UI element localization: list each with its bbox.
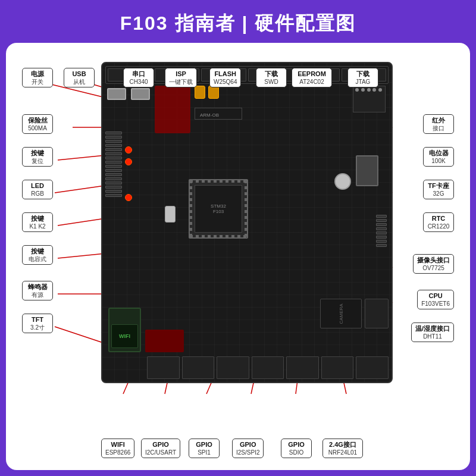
label-jtag: 下载 JTAG <box>347 68 378 87</box>
page-title: F103 指南者 | 硬件配置图 <box>120 12 356 34</box>
label-swd: 下载 SWD <box>256 68 287 87</box>
label-k1k2: 按键 K1 K2 <box>22 212 53 232</box>
label-cpu: CPU F103VET6 <box>417 290 454 309</box>
label-ir: 红外 接口 <box>423 114 454 134</box>
label-reset: 按键 复位 <box>22 147 53 167</box>
content-card: ARM-OB <box>6 43 470 470</box>
label-usb-slave: USB 从机 <box>64 68 95 87</box>
label-nrf: 2.4G接口 NRF24L01 <box>322 439 363 458</box>
main-container: F103 指南者 | 硬件配置图 <box>0 0 476 476</box>
label-power-switch: 电源 开关 <box>22 68 53 87</box>
label-serial: 串口 CH340 <box>123 68 154 87</box>
label-eeprom: EEPROM AT24C02 <box>292 68 332 87</box>
label-rtc: RTC CR1220 <box>423 212 454 232</box>
label-capacitive: 按键 电容式 <box>22 245 53 265</box>
label-gpio-sdio: GPIO SDIO <box>281 439 312 458</box>
label-wifi: WIFI ESP8266 <box>101 439 134 458</box>
label-buzzer: 蜂鸣器 有源 <box>22 281 53 300</box>
label-temp: 温/湿度接口 DHT11 <box>411 322 454 342</box>
label-isp: ISP 一键下载 <box>165 68 197 87</box>
label-gpio-i2s: GPIO I2S/SPI2 <box>232 439 264 458</box>
title-area: F103 指南者 | 硬件配置图 <box>6 6 470 43</box>
label-camera: 摄像头接口 OV7725 <box>413 254 454 274</box>
label-flash: FLASH W25Q64 <box>209 68 241 87</box>
pcb-board: ARM-OB <box>101 62 393 383</box>
label-fuse: 保险丝 500MA <box>22 114 53 134</box>
label-potentiometer: 电位器 100K <box>423 147 454 167</box>
label-gpio-i2c: GPIO I2C/USART <box>141 439 180 458</box>
label-tft: TFT 3.2寸 <box>22 314 53 333</box>
label-tfcard: TF卡座 32G <box>423 180 454 199</box>
label-gpio-spi1: GPIO SPI1 <box>189 439 220 458</box>
board-area: ARM-OB <box>13 50 463 463</box>
label-led: LED RGB <box>22 180 53 199</box>
